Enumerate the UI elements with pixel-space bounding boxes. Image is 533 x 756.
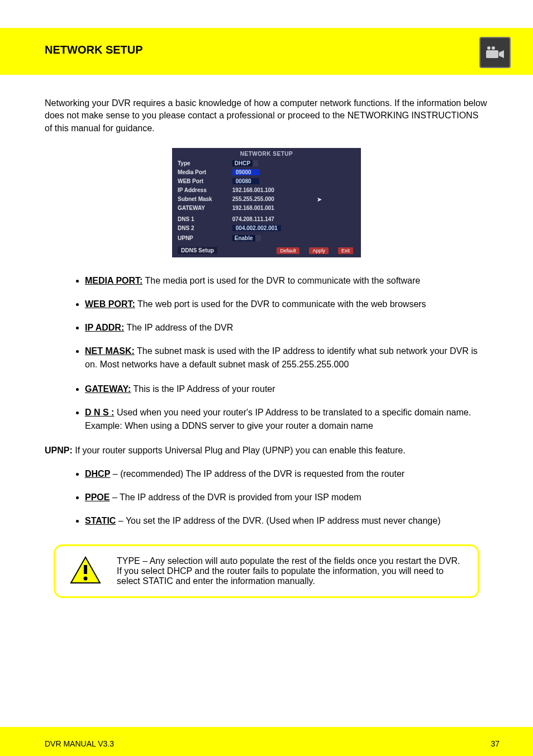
svg-rect-5 <box>84 565 87 574</box>
definitions-list-a: MEDIA PORT: The media port is used for t… <box>45 274 488 371</box>
list-item: STATIC – You set the IP address of the D… <box>85 514 488 528</box>
warning-icon <box>70 556 101 584</box>
ss-label-dns2: DNS 2 <box>178 225 231 231</box>
svg-rect-2 <box>486 50 498 58</box>
list-item: IP ADDR: The IP address of the DVR <box>85 321 488 334</box>
footer-band: DVR MANUAL V3.3 37 <box>0 727 533 756</box>
ss-label-type: Type <box>178 160 231 166</box>
ss-apply-button[interactable]: Apply <box>309 247 329 254</box>
ss-type-dropdown[interactable]: DHCP <box>232 160 258 166</box>
list-item: NET MASK: The subnet mask is used with t… <box>85 344 488 371</box>
cursor-icon: ➤ <box>317 196 322 203</box>
intro-text: Networking your DVR requires a basic kno… <box>45 97 488 135</box>
ss-label-webport: WEB Port <box>178 178 231 184</box>
list-item: D N S : Used when you need your router's… <box>85 406 488 433</box>
svg-point-0 <box>487 46 491 50</box>
ss-label-gateway: GATEWAY <box>178 205 231 211</box>
ss-subnet-value: 255.255.255.000 <box>232 196 274 202</box>
list-item: MEDIA PORT: The media port is used for t… <box>85 274 488 288</box>
list-item: GATEWAY: This is the IP Address of your … <box>85 382 488 396</box>
list-item: PPOE – The IP address of the DVR is prov… <box>85 491 488 504</box>
ss-ip-value: 192.168.001.100 <box>232 187 274 193</box>
svg-point-6 <box>84 577 88 581</box>
svg-point-1 <box>492 46 495 50</box>
screenshot-title: NETWORK SETUP <box>172 151 361 157</box>
network-setup-screenshot: NETWORK SETUP Type DHCP Media Port 09000… <box>172 148 361 257</box>
camera-icon <box>479 37 511 68</box>
definitions-list-c: DHCP – (recommended) The IP address of t… <box>45 467 488 528</box>
svg-marker-3 <box>499 50 504 58</box>
ss-label-mediaport: Media Port <box>178 169 231 175</box>
ss-label-subnet: Subnet Mask <box>178 196 231 202</box>
ss-media-port-input[interactable]: 09000 <box>232 169 259 175</box>
ss-web-port-input[interactable]: 00080 <box>232 178 259 184</box>
ss-label-ip: IP Address <box>178 187 231 193</box>
ss-gateway-value: 192.168.001.001 <box>232 205 274 211</box>
ss-dns1-value: 074.208.111.147 <box>232 216 274 222</box>
page-title: NETWORK SETUP <box>45 44 143 56</box>
ss-label-upnp: UPNP <box>178 235 231 241</box>
ss-label-dns1: DNS 1 <box>178 216 231 222</box>
callout-text: TYPE – Any selection will auto populate … <box>117 556 464 586</box>
ss-ddns-button[interactable]: DDNS Setup <box>178 247 217 254</box>
ss-default-button[interactable]: Default <box>277 247 299 254</box>
ss-upnp-dropdown[interactable]: Enable <box>232 235 261 241</box>
header-band: NETWORK SETUP <box>0 28 533 75</box>
warning-callout: TYPE – Any selection will auto populate … <box>54 544 479 598</box>
upnp-paragraph: UPNP: If your router supports Universal … <box>45 444 488 457</box>
list-item: WEB PORT: The web port is used for the D… <box>85 298 488 311</box>
ss-dns2-input[interactable]: 004.002.002.001 <box>232 225 281 231</box>
list-item: DHCP – (recommended) The IP address of t… <box>85 467 488 481</box>
definitions-list-b: GATEWAY: This is the IP Address of your … <box>45 382 488 433</box>
ss-exit-button[interactable]: Exit <box>338 247 353 254</box>
page-number: 37 <box>491 739 499 748</box>
footer-text: DVR MANUAL V3.3 <box>45 739 114 748</box>
